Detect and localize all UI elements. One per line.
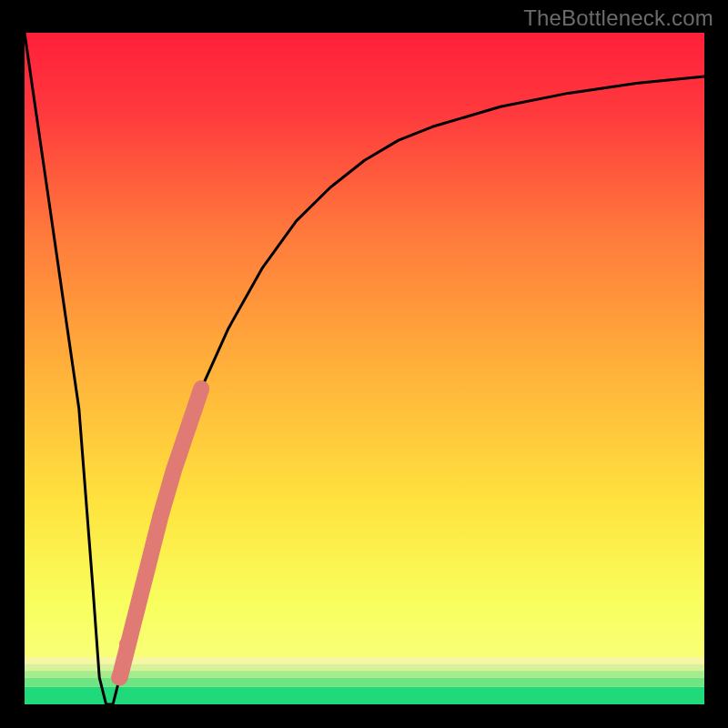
bottom-band-0	[25, 687, 704, 704]
highlight-dot-0	[111, 671, 126, 685]
highlight-dot-3	[135, 583, 149, 598]
attribution-watermark: TheBottleneck.com	[523, 5, 713, 31]
chart-frame: TheBottleneck.com	[0, 0, 728, 728]
highlight-dot-2	[129, 603, 144, 618]
chart-svg	[0, 0, 728, 728]
highlight-dot-1	[119, 637, 134, 652]
plot-background	[25, 33, 704, 704]
